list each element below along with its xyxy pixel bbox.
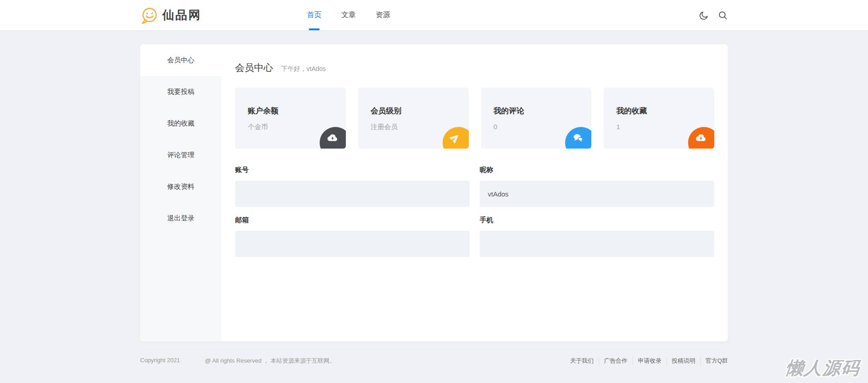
- search-icon[interactable]: [718, 10, 728, 20]
- sidebar-item-logout[interactable]: 退出登录: [140, 202, 222, 234]
- sidebar-item-comment-management[interactable]: 评论管理: [140, 139, 222, 171]
- email-label: 邮箱: [235, 216, 470, 224]
- nickname-label: 昵称: [480, 166, 714, 174]
- sidebar-item-submit-post[interactable]: 我要投稿: [140, 76, 222, 107]
- main-nav: 首页 文章 资源: [307, 0, 390, 30]
- rights-text: @ All rights Reserved ， 本站资源来源于互联网。: [205, 357, 335, 365]
- dark-mode-icon[interactable]: [699, 10, 709, 20]
- nav-item-home[interactable]: 首页: [307, 0, 321, 30]
- account-label: 账号: [235, 166, 470, 174]
- phone-label: 手机: [480, 216, 714, 224]
- page-title: 会员中心: [235, 61, 273, 74]
- sidebar: 会员中心 我要投稿 我的收藏 评论管理 修改资料 退出登录: [140, 44, 222, 341]
- footer: Copyright 2021 @ All rights Reserved ， 本…: [140, 341, 728, 365]
- member-center-panel: 会员中心 我要投稿 我的收藏 评论管理 修改资料 退出登录 会员中心 下午好，v…: [140, 44, 728, 341]
- sidebar-item-edit-profile[interactable]: 修改资料: [140, 171, 222, 202]
- sidebar-item-member-center[interactable]: 会员中心: [140, 44, 222, 76]
- content-area: 会员中心 下午好，vtAdos 账户余额 个金币 会员级别 注册会员: [222, 44, 728, 341]
- nav-item-resources[interactable]: 资源: [376, 0, 390, 30]
- stat-cards: 账户余额 个金币 会员级别 注册会员: [235, 88, 714, 149]
- footer-links: 关于我们 广告合作 申请收录 投稿说明 官方Q群: [565, 357, 728, 365]
- footer-link-about-us[interactable]: 关于我们: [565, 357, 599, 365]
- footer-link-submission-guide[interactable]: 投稿说明: [666, 357, 700, 365]
- site-name: 仙品网: [162, 7, 202, 23]
- nickname-field[interactable]: [480, 181, 714, 207]
- stat-card-balance: 账户余额 个金币: [235, 88, 346, 149]
- footer-link-ad-cooperation[interactable]: 广告合作: [599, 357, 632, 365]
- greeting-text: 下午好，vtAdos: [281, 65, 326, 73]
- footer-link-apply-inclusion[interactable]: 申请收录: [632, 357, 666, 365]
- profile-form: 账号 昵称 邮箱 手机: [235, 166, 714, 257]
- footer-link-official-q-group[interactable]: 官方Q群: [700, 357, 728, 365]
- account-field[interactable]: [235, 181, 470, 207]
- logo[interactable]: 仙品网: [140, 6, 202, 24]
- stat-card-member-level: 会员级别 注册会员: [358, 88, 469, 149]
- nav-item-articles[interactable]: 文章: [341, 0, 356, 30]
- stat-card-my-comments: 我的评论 0: [481, 88, 592, 149]
- watermark: 懒人源码: [784, 356, 861, 380]
- copyright-text: Copyright 2021: [140, 357, 180, 365]
- email-field[interactable]: [235, 231, 470, 257]
- header: 仙品网 首页 文章 资源: [0, 0, 868, 30]
- active-tab-indicator: [309, 28, 320, 30]
- logo-smiley-icon: [140, 6, 158, 24]
- sidebar-item-my-favorites[interactable]: 我的收藏: [140, 107, 222, 139]
- phone-field[interactable]: [480, 231, 714, 257]
- stat-card-my-favorites: 我的收藏 1: [604, 88, 714, 149]
